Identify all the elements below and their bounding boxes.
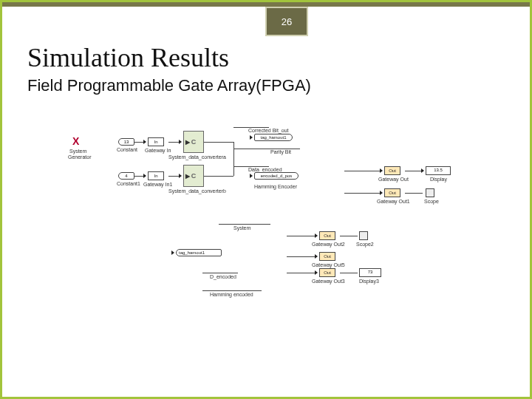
page-number: 26 (282, 16, 292, 27)
gateway-in-b-label: Gateway In1 (143, 182, 172, 187)
gateway-out-3-label: Gateway Out2 (312, 242, 345, 247)
wire (287, 256, 316, 257)
gateway-out-1-label: Gateway Out (378, 177, 409, 182)
gateway-in-a-label: Gateway In (145, 148, 171, 153)
scope-label: Scope (424, 199, 439, 204)
arrow-icon (179, 140, 182, 144)
arrow-icon (380, 191, 383, 195)
gateway-out-5-label: Gateway Out5 (312, 262, 345, 267)
wire (287, 273, 316, 273)
arrow-icon (250, 174, 253, 178)
arrow-icon (143, 140, 146, 144)
arrow-icon (380, 168, 383, 173)
display-1: 13.5 (426, 166, 451, 175)
convert-a-label: System_data_convertera (168, 154, 226, 160)
wire (344, 193, 381, 194)
gateway-in-a: In (148, 137, 164, 146)
xilinx-logo-icon: X (72, 135, 79, 147)
slide-subtitle: Field Programmable Gate Array(FPGA) (27, 76, 311, 95)
wire (202, 273, 238, 273)
display-3: 73 (359, 268, 381, 277)
arrow-icon (179, 174, 182, 178)
hamming-encoded-label: Hamming encoded (210, 292, 253, 297)
system-generator-label2: Generator (68, 154, 92, 160)
gateway-out-2-label: Gateway Out1 (377, 199, 410, 204)
goto-hamout: tag_hamout1 (254, 134, 293, 141)
wire (219, 224, 270, 225)
wire (405, 193, 423, 194)
display-3-label: Display3 (359, 279, 379, 284)
d-encoded-label: D_encoded (210, 274, 236, 279)
gateway-out-1: Out (384, 166, 400, 175)
wire (340, 236, 358, 236)
hamming-encoder-label: Hamming Encoder (254, 184, 297, 189)
constant-b-block: 4 (118, 172, 134, 180)
convert-b-block: ▶C (183, 165, 204, 187)
wire (233, 142, 234, 164)
goto-encoded: encoded_d_pos (254, 172, 299, 180)
gateway-out-5: Out (319, 252, 335, 261)
data-encoded-label: Data_encoded (248, 167, 282, 172)
arrow-icon (315, 254, 318, 259)
scope-icon (426, 188, 434, 197)
gateway-out-2: Out (384, 188, 400, 197)
system-generator-block: X (72, 137, 79, 146)
scope2-icon (359, 231, 368, 240)
parity-bit-label: Parity Bit (270, 149, 291, 154)
wire (287, 236, 316, 236)
wire (204, 176, 233, 177)
wire (344, 171, 381, 171)
convert-b-label: System_data_converterb (168, 188, 226, 194)
wire (405, 171, 423, 171)
corrected-bit-label: Corrected Bit_out (248, 128, 288, 133)
arrow-icon (315, 270, 318, 275)
arrow-icon (421, 168, 424, 173)
from-hamout: tag_hamout1 (176, 249, 222, 256)
gateway-out-3: Out (319, 231, 335, 240)
arrow-icon (171, 250, 174, 255)
wire (204, 142, 233, 143)
constant-b-label: Constant1 (117, 181, 140, 186)
gateway-out-4-label: Gateway Out3 (312, 279, 345, 284)
slide: 26 Simulation Results Field Programmable… (0, 0, 532, 399)
arrow-icon (143, 174, 146, 178)
page-number-chip: 26 (265, 7, 308, 36)
wire (202, 290, 262, 291)
convert-a-block: ▶C (183, 131, 204, 153)
constant-a-block: 13 (118, 138, 134, 146)
arrow-icon (315, 233, 318, 238)
arrow-icon (250, 135, 253, 140)
constant-a-label: Constant (117, 147, 137, 152)
slide-title: Simulation Results (27, 42, 229, 73)
gateway-out-4: Out (319, 268, 335, 277)
gateway-in-b: In (148, 171, 164, 180)
wire (340, 273, 358, 273)
system-generator-label1: System (69, 149, 86, 154)
simulink-diagram: X System Generator 13 Constant In Gatewa… (65, 126, 482, 363)
display-1-label: Display (430, 177, 447, 182)
scope2-label: Scope2 (356, 242, 374, 247)
system-label: System (233, 225, 250, 231)
